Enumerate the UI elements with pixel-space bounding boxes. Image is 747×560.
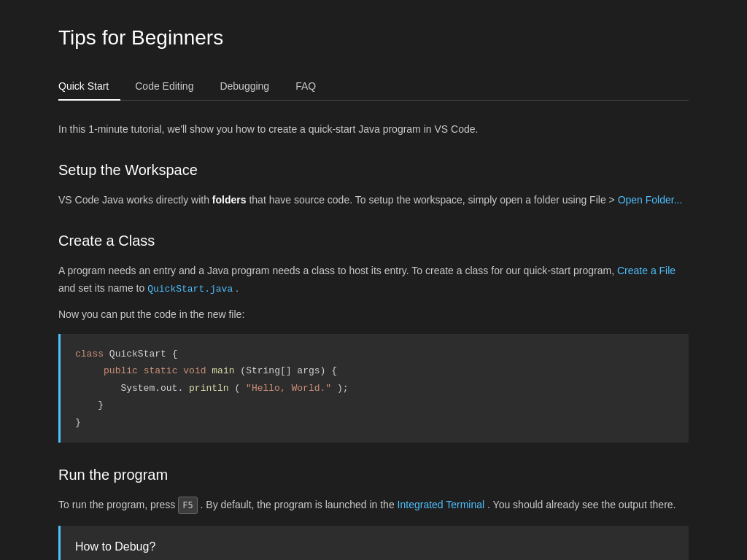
setup-bold: folders [212,194,247,206]
section-title-setup: Setup the Workspace [58,158,689,182]
intro-text: In this 1-minute tutorial, we'll show yo… [58,121,689,137]
code-line-3: System.out. println ( "Hello, World." ); [75,380,674,397]
integrated-terminal-link[interactable]: Integrated Terminal [398,499,485,510]
code-line-4: } [75,397,674,413]
section-create-class: Create a Class A program needs an entry … [58,229,689,443]
main-container: Tips for Beginners Quick Start Code Edit… [0,0,747,560]
create-class-text2: and set its name to [58,282,147,294]
setup-text-before: VS Code Java works directly with [58,194,212,206]
section-title-create-class: Create a Class [58,229,689,252]
create-class-period: . [236,282,239,294]
run-text1: To run the program, press [58,499,178,510]
quickstart-filename: QuickStart.java [147,284,233,295]
code-line-2: public static void main (String[] args) … [75,362,674,379]
setup-body: VS Code Java works directly with folders… [58,192,689,209]
run-text3: . You should already see the output ther… [487,499,676,510]
open-folder-link[interactable]: Open Folder... [618,194,683,206]
run-text2: . By default, the program is launched in… [201,499,398,510]
tab-faq[interactable]: FAQ [284,72,328,100]
tab-quick-start[interactable]: Quick Start [58,72,120,100]
setup-text-after: that have source code. To setup the work… [249,194,617,206]
section-setup-workspace: Setup the Workspace VS Code Java works d… [58,158,689,209]
callout-title: How to Debug? [75,537,674,556]
code-line-5: } [75,414,674,431]
run-body: To run the program, press F5 . By defaul… [58,497,689,514]
create-class-body: A program needs an entry and a Java prog… [58,262,689,298]
code-line-1: class QuickStart { [75,346,674,362]
tabs-nav: Quick Start Code Editing Debugging FAQ [58,72,689,101]
tab-code-editing[interactable]: Code Editing [123,72,205,100]
page-title: Tips for Beginners [58,22,689,55]
f5-key-run: F5 [178,497,197,514]
create-file-link[interactable]: Create a File [617,265,676,276]
section-title-run: Run the program [58,463,689,486]
tab-debugging[interactable]: Debugging [208,72,281,100]
create-class-text1: A program needs an entry and a Java prog… [58,265,617,276]
callout-debug: How to Debug? When you press F5 , you ar… [58,526,689,560]
code-block-quickstart: class QuickStart { public static void ma… [58,334,689,443]
section-run-program: Run the program To run the program, pres… [58,463,689,560]
create-class-instruction: Now you can put the code in the new file… [58,306,689,324]
